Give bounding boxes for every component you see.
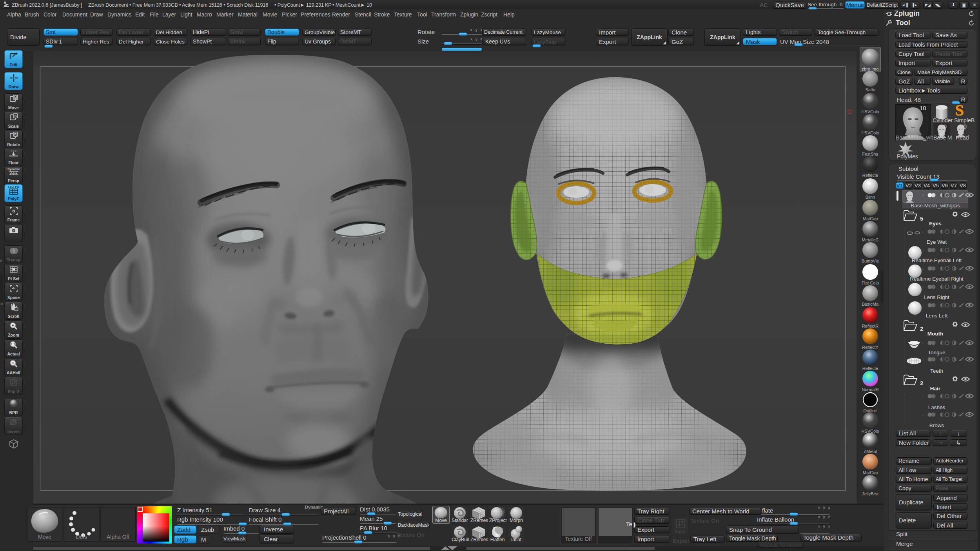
svg-text:Dynamic: Dynamic [7, 167, 20, 171]
svg-text:R: R [14, 132, 17, 136]
svg-text:N: N [12, 421, 15, 424]
svg-text:S: S [14, 114, 16, 118]
svg-text:M: M [14, 96, 17, 100]
svg-text:1:1: 1:1 [11, 343, 15, 346]
svg-text:½: ½ [12, 362, 14, 364]
svg-text:Line Fill: Line Fill [8, 185, 19, 189]
svg-text:x y z: x y z [11, 149, 16, 152]
